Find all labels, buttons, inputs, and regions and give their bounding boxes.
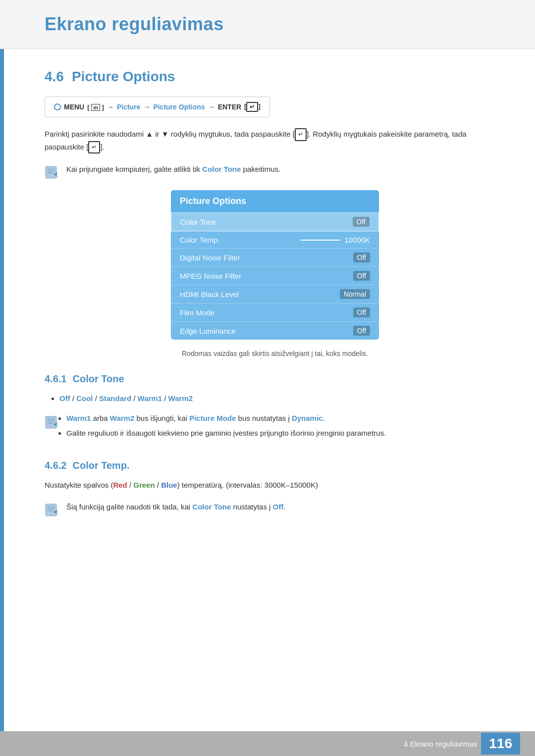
note-bullet-item-2: Galite reguliuoti ir išsaugoti kiekvieno…	[66, 427, 386, 439]
section-heading: 4.6 Picture Options	[45, 69, 505, 85]
picture-link: Picture	[117, 103, 140, 111]
main-content: 4.6 Picture Options MENU [ m ] → Picture…	[0, 49, 535, 566]
note-text-3: Šią funkciją galite naudoti tik tada, ka…	[66, 501, 285, 513]
page-title: Ekrano reguliavimas	[45, 14, 505, 35]
arrow-1: →	[107, 103, 114, 111]
po-row-edge: Edge Luminance Off	[171, 321, 379, 340]
footer: 4 Ekrano reguliavimas 116	[0, 731, 535, 756]
color-tone-options-item: Off / Cool / Standard / Warm1 / Warm2	[59, 393, 505, 404]
m-bracket: [ m ]	[87, 103, 104, 111]
footer-page-number: 116	[489, 736, 512, 751]
po-row-colortone: Color Tone Off	[171, 212, 379, 231]
enter-label: ENTER	[218, 103, 241, 111]
note-block-3: Šią funkciją galite naudoti tik tada, ka…	[45, 501, 505, 518]
section-number: 4.6	[45, 69, 64, 85]
po-value-dnf: Off	[353, 252, 370, 262]
note-block-1: Kai prijungiate kompiuterį, galite atlik…	[45, 163, 505, 180]
color-temp-body: Nustatykite spalvos (Red / Green / Blue)…	[45, 479, 505, 491]
po-row-hdmi: HDMI Black Level Normal	[171, 285, 379, 303]
note-block-2: Warm1 arba Warm2 bus išjungti, kai Pictu…	[45, 412, 505, 450]
svg-rect-14	[46, 416, 56, 428]
po-row-flim: Flim Mode Off	[171, 303, 379, 321]
color-tone-options-list: Off / Cool / Standard / Warm1 / Warm2	[59, 393, 505, 404]
po-label-colortone: Color Tone	[180, 218, 216, 226]
po-row-dnf: Digital Noise Filter Off	[171, 248, 379, 266]
po-value-edge: Off	[353, 326, 370, 336]
po-header: Picture Options	[171, 190, 379, 212]
body-text-1: Parinktį pasirinkite naudodami ▲ ir ▼ ro…	[45, 128, 505, 153]
po-value-mnf: Off	[353, 271, 370, 281]
box-caption: Rodomas vaizdas gali skirtis atsižvelgia…	[45, 350, 505, 357]
subsection-462-heading: 4.6.2 Color Temp.	[45, 460, 505, 471]
footer-text: 4 Ekrano reguliavimas 116	[404, 733, 520, 755]
po-label-colortemp: Color Temp.	[180, 236, 220, 244]
po-label-flim: Flim Mode	[180, 308, 214, 317]
note-bullet-list: Warm1 arba Warm2 bus išjungti, kai Pictu…	[66, 412, 386, 442]
po-label-mnf: MPEG Noise Filter	[180, 272, 241, 280]
note-bullet-item-1: Warm1 arba Warm2 bus išjungti, kai Pictu…	[66, 412, 386, 424]
po-value-colortemp: 10000K	[301, 236, 370, 244]
note-icon-1	[45, 164, 60, 180]
note-icon-3	[45, 502, 60, 518]
picture-options-link: Picture Options	[153, 103, 205, 111]
enter-bracket: [↵]	[244, 102, 261, 112]
po-label-dnf: Digital Noise Filter	[180, 253, 240, 262]
circle-icon	[54, 103, 61, 110]
po-value-hdmi: Normal	[340, 289, 370, 299]
subsection-461-heading: 4.6.1 Color Tone	[45, 373, 505, 385]
footer-label: 4 Ekrano reguliavimas	[404, 740, 477, 748]
picture-options-box: Picture Options Color Tone Off Color Tem…	[171, 190, 379, 340]
svg-rect-18	[46, 504, 56, 516]
po-label-hdmi: HDMI Black Level	[180, 290, 239, 299]
po-value-colortone: Off	[353, 217, 370, 227]
menu-instruction: MENU [ m ] → Picture → Picture Options →…	[45, 97, 270, 117]
section-title: Picture Options	[72, 69, 175, 85]
arrow-3: →	[208, 103, 215, 111]
subsection-461-title: Color Tone	[72, 373, 124, 385]
footer-page-box: 116	[481, 733, 520, 755]
subsection-462-number: 4.6.2	[45, 460, 66, 471]
arrow-2: →	[143, 103, 150, 111]
menu-label: MENU	[64, 103, 84, 111]
po-label-edge: Edge Luminance	[180, 327, 236, 335]
note-text-1: Kai prijungiate kompiuterį, galite atlik…	[66, 163, 280, 175]
subsection-462-title: Color Temp.	[72, 460, 129, 471]
page-header: Ekrano reguliavimas	[0, 0, 535, 49]
subsection-461-number: 4.6.1	[45, 373, 66, 385]
temp-line	[301, 240, 340, 241]
po-row-colortemp: Color Temp. 10000K	[171, 231, 379, 248]
svg-rect-10	[46, 166, 56, 178]
po-value-flim: Off	[353, 307, 370, 317]
po-row-mnf: MPEG Noise Filter Off	[171, 266, 379, 285]
